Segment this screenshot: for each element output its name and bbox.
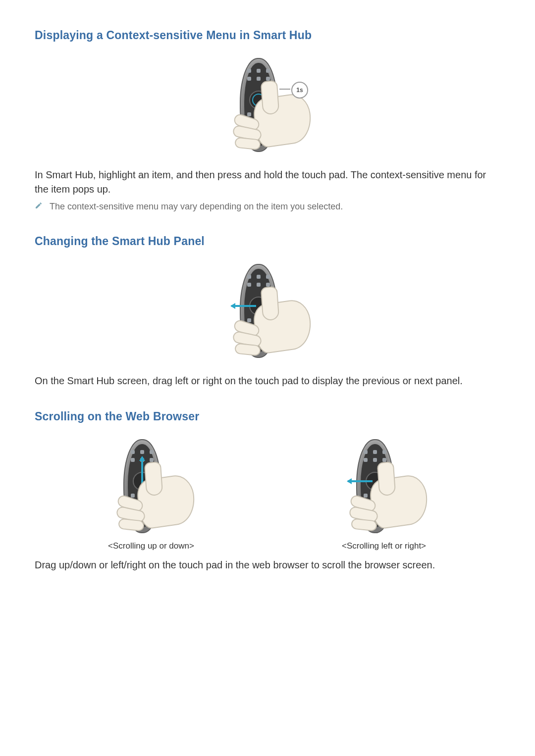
remote-hold-illustration: SAMSUNG 1s	[213, 56, 322, 155]
page: Displaying a Context-sensitive Menu in S…	[0, 0, 535, 572]
section-title: Scrolling on the Web Browser	[35, 410, 500, 423]
hand-icon	[349, 455, 433, 534]
hand-icon	[116, 455, 201, 534]
remote-top-buttons	[244, 69, 273, 74]
remote-drag-h-illustration: SAMSUNG	[213, 262, 322, 361]
section-change-panel: Changing the Smart Hub Panel	[35, 235, 500, 388]
remote-top-buttons	[244, 275, 273, 280]
note-text: The context-sensitive menu may vary depe…	[50, 201, 343, 213]
section-title: Changing the Smart Hub Panel	[35, 235, 500, 248]
remote-top-buttons	[128, 450, 157, 455]
body-text: On the Smart Hub screen, drag left or ri…	[35, 374, 500, 388]
hold-duration-badge: 1s	[291, 82, 308, 99]
figure-scroll-vertical: SAMSUNG <Scrolling up or down>	[35, 437, 268, 551]
body-text: In Smart Hub, highlight an item, and the…	[35, 168, 500, 197]
caption-horizontal: <Scrolling left or right>	[342, 541, 426, 551]
figure-scroll-horizontal: SAMSUNG <Scrolling left or right>	[268, 437, 500, 551]
section-context-menu: Displaying a Context-sensitive Menu in S…	[35, 29, 500, 213]
remote-drag-v-illustration: SAMSUNG	[97, 437, 206, 536]
note-pencil-icon	[35, 202, 43, 211]
figure-pair-scroll: SAMSUNG <Scrolling up or down>	[35, 437, 500, 551]
figure-drag-horizontal: SAMSUNG	[35, 262, 500, 361]
body-text: Drag up/down or left/right on the touch …	[35, 558, 500, 572]
hold-lead-line	[279, 89, 290, 90]
section-scroll-browser: Scrolling on the Web Browser	[35, 410, 500, 572]
remote-drag-h-illustration: SAMSUNG	[329, 437, 438, 536]
figure-press-and-hold: SAMSUNG 1s	[35, 56, 500, 155]
section-title: Displaying a Context-sensitive Menu in S…	[35, 29, 500, 42]
hand-icon	[233, 280, 317, 359]
note: The context-sensitive menu may vary depe…	[35, 201, 500, 213]
caption-vertical: <Scrolling up or down>	[108, 541, 194, 551]
remote-top-buttons	[361, 450, 389, 455]
